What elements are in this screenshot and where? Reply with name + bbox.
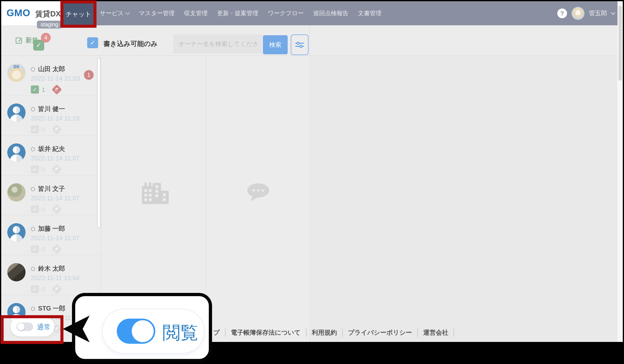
unconfirmed-count-badge: 4	[41, 33, 51, 43]
status-dot-icon	[31, 307, 35, 311]
nav-item-label: 巡回点検報告	[313, 9, 348, 17]
app-window: GMO 賃貸DX staging サービス マスター管理 収支管理 更新・提案管…	[0, 0, 624, 364]
nav-item-patrol-report[interactable]: 巡回点検報告	[313, 9, 348, 17]
redirect-icon: ↱	[52, 244, 62, 254]
avatar-text: DX	[7, 64, 26, 69]
view-mode-toggle-on[interactable]	[117, 319, 155, 344]
sidebar-scrollbar[interactable]	[97, 58, 101, 228]
chat-list-item[interactable]: 鈴木 太郎 2022-11-11 15:54 ✓ 0 ↱	[1, 255, 101, 295]
nav-item-label: 文書管理	[358, 9, 382, 17]
divider	[310, 25, 310, 342]
check-count: 0	[42, 246, 45, 253]
search-button[interactable]: 検索	[263, 35, 288, 54]
chevron-down-icon	[126, 10, 130, 15]
chat-owner-name: STG 一郎	[38, 304, 65, 313]
nav-item-document-mgmt[interactable]: 文書管理	[358, 9, 382, 17]
footer-link-denshi-chobo[interactable]: 電子帳簿保存法について	[231, 328, 301, 337]
redirect-icon: ↱	[52, 84, 62, 95]
footer-separator	[342, 328, 343, 337]
callout-toggle-pill: 閲覧	[102, 309, 205, 354]
footer-link-company[interactable]: 運営会社	[423, 328, 448, 337]
main-nav: サービス マスター管理 収支管理 更新・提案管理 ワークフロー 巡回点検報告	[100, 1, 382, 25]
writable-only-checkbox[interactable]: ✓	[87, 37, 98, 48]
help-icon[interactable]: ?	[557, 8, 567, 18]
chat-timestamp: 2022-11-14 11:07	[31, 235, 79, 242]
avatar	[7, 103, 26, 122]
avatar: DX	[7, 64, 26, 82]
nav-item-label: 収支管理	[184, 9, 208, 17]
footer-separator	[417, 328, 418, 337]
user-name[interactable]: 管五郎	[589, 9, 607, 17]
tab-chat[interactable]: チャット	[63, 3, 93, 25]
check-icon: ✓	[31, 85, 39, 94]
check-count: 1	[42, 86, 45, 93]
page-scrollbar[interactable]	[618, 1, 623, 342]
detail-panel-empty	[310, 56, 617, 342]
check-icon: ✓	[31, 125, 39, 133]
chat-list-item[interactable]: 皆川 文子 2022-11-14 11:07 ✓ 0 ↱	[1, 176, 101, 216]
check-count: 0	[42, 166, 45, 173]
avatar	[7, 144, 26, 162]
redirect-icon: ↱	[52, 204, 62, 215]
chat-owner-name: 坂井 紀夫	[38, 145, 65, 153]
footer-link-partial[interactable]: プ	[213, 328, 220, 337]
check-count: 0	[42, 286, 45, 293]
status-dot-icon	[31, 227, 35, 231]
toggle-knob	[132, 320, 154, 342]
check-icon: ✓	[31, 165, 39, 173]
chat-owner-name: 加藤 一郎	[38, 224, 65, 233]
chat-timestamp: 2022-11-11 15:54	[31, 274, 79, 282]
nav-item-master-mgmt[interactable]: マスター管理	[139, 9, 175, 17]
chat-list-item[interactable]: DX 山田 太郎 2022-11-14 21:03 ✓ 1 ↱ 1	[1, 56, 101, 96]
chat-owner-name: 皆川 文子	[38, 185, 65, 193]
check-icon: ✓	[31, 285, 39, 293]
footer-link-terms[interactable]: 利用規約	[312, 328, 337, 337]
user-avatar[interactable]	[572, 7, 584, 20]
footer-separator	[453, 328, 454, 337]
chat-timestamp: 2022-11-14 11:07	[31, 155, 79, 162]
staging-env-badge: staging	[37, 21, 62, 28]
building-placeholder-icon	[141, 182, 169, 205]
writable-only-label: 書き込み可能のみ	[104, 39, 157, 49]
redirect-icon: ↱	[52, 284, 62, 294]
nav-item-renewal-proposal[interactable]: 更新・提案管理	[217, 9, 258, 17]
chevron-down-icon[interactable]	[611, 11, 615, 15]
status-dot-icon	[31, 187, 35, 191]
nav-item-workflow[interactable]: ワークフロー	[268, 9, 304, 17]
status-dot-icon	[31, 147, 35, 151]
gmo-logo: GMO	[6, 7, 30, 18]
chat-timestamp: 2022-11-14 11:19	[31, 115, 79, 122]
redirect-icon: ↱	[52, 124, 62, 135]
footer-links: プ 電子帳簿保存法について 利用規約 プライバシーポリシー 運営会社	[213, 326, 459, 339]
footer-separator	[225, 328, 226, 337]
avatar	[7, 223, 26, 242]
nav-item-services[interactable]: サービス	[100, 9, 129, 17]
footer-link-privacy[interactable]: プライバシーポリシー	[348, 328, 412, 337]
chat-timestamp: 2022-11-14 11:07	[31, 195, 79, 202]
chat-owner-name: 皆川 健一	[38, 105, 65, 113]
avatar	[7, 183, 26, 201]
status-dot-icon	[31, 267, 35, 271]
chat-list-item[interactable]: 皆川 健一 2022-11-14 11:19 ✓ 0 ↱	[1, 96, 101, 136]
check-count: 0	[42, 126, 45, 133]
chat-list-item[interactable]: 加藤 一郎 2022-11-14 11:07 ✓ 0 ↱	[1, 216, 101, 255]
chat-list-item[interactable]: 坂井 紀夫 2022-11-14 11:07 ✓ 0 ↱	[1, 136, 101, 176]
product-logo: 賃貸DX	[35, 9, 61, 19]
check-icon: ✓	[31, 205, 39, 213]
nav-item-label: ワークフロー	[268, 9, 304, 17]
edit-pencil-icon	[15, 37, 23, 44]
redirect-icon: ↱	[52, 164, 62, 175]
filter-settings-button[interactable]	[291, 34, 309, 55]
nav-item-balance-mgmt[interactable]: 収支管理	[184, 9, 208, 17]
unread-count-badge: 1	[84, 70, 94, 80]
status-dot-icon	[31, 67, 35, 72]
annotation-highlight-mode-toggle	[0, 315, 63, 344]
avatar	[7, 263, 26, 281]
chat-bubble-placeholder-icon	[246, 183, 270, 203]
page-content: GMO 賃貸DX staging サービス マスター管理 収支管理 更新・提案管…	[1, 1, 623, 342]
owner-search-input[interactable]	[173, 34, 262, 53]
page-scrollbar-thumb[interactable]	[619, 6, 622, 81]
chat-owner-name: 鈴木 太郎	[38, 264, 65, 273]
check-icon: ✓	[31, 245, 39, 253]
footer-separator	[306, 328, 307, 337]
